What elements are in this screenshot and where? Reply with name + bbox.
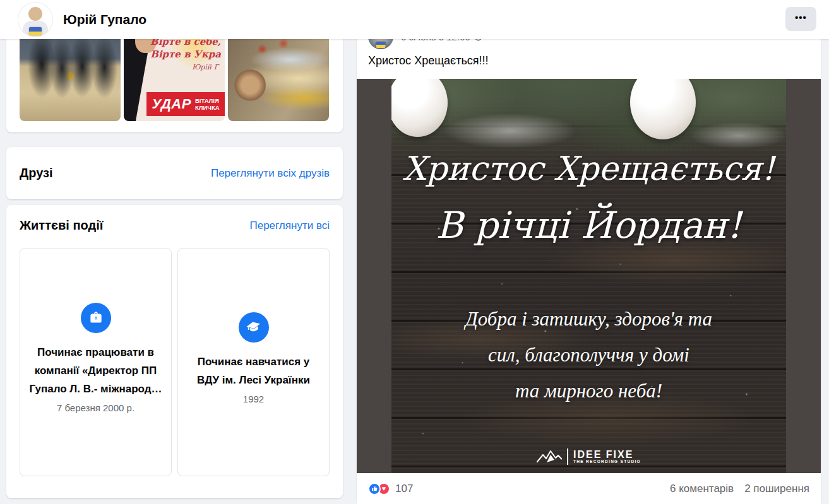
life-event-work-text: Починає працювати в компанії «Директор П… (28, 343, 164, 398)
logo-divider (567, 448, 568, 465)
graduation-cap-icon (239, 312, 269, 343)
avatar-figure (28, 7, 42, 21)
greeting-title-line2: В річці Йордан! (391, 204, 786, 247)
logo-subtitle: THE RECORDING STUDIO (573, 459, 641, 464)
mountain-logo-icon (537, 450, 562, 464)
greeting-wish-line2: сил, благополуччя у домі (391, 337, 786, 373)
greeting-wish-line1: Добра і затишку, здоров'я та (391, 301, 786, 337)
logo-title: IDEE FIXE (573, 450, 641, 459)
ukraine-flag-icon (376, 42, 386, 48)
briefcase-icon (81, 303, 111, 333)
life-event-education-date: 1992 (243, 394, 264, 404)
photo-volleyball-team[interactable] (20, 26, 121, 121)
life-events-header: Життєві події Переглянути всі (20, 218, 330, 233)
studio-logo: IDEE FIXE THE RECORDING STUDIO (391, 448, 786, 465)
see-all-friends-link[interactable]: Переглянути всіх друзів (211, 167, 330, 180)
slogan-line2: Вірте в Укра (150, 48, 221, 61)
greeting-wish-line3: та мирного неба! (391, 373, 786, 409)
greeting-wishes-text: Добра і затишку, здоров'я та сил, благоп… (391, 301, 786, 409)
profile-avatar[interactable] (18, 2, 53, 37)
greeting-title-line1: Христос Хрещається! (391, 149, 786, 187)
like-reaction-icon[interactable] (368, 483, 381, 495)
campaign-signature: Юрій Г (192, 63, 218, 71)
post-card: 6 січень о 12:00 Христос Хрещається!!! Х… (357, 0, 821, 504)
shares-count-link[interactable]: 2 поширення (744, 483, 809, 495)
udar-sub-line2: КЛИЧКА (195, 104, 220, 111)
ukraine-flag-icon (29, 27, 42, 35)
profile-sticky-header: Юрій Гупало ••• (0, 0, 829, 39)
campaign-slogan: Вірте в себе, Вірте в Укра (150, 35, 221, 61)
more-options-button[interactable]: ••• (785, 7, 816, 31)
life-event-education[interactable]: Починає навчатися у ВДУ ім. Лесі Українк… (177, 248, 330, 476)
snow-specks-decoration (391, 79, 786, 473)
photo-udar-campaign[interactable]: Вірте в себе, Вірте в Укра Юрій Г УДАР В… (124, 26, 225, 121)
photo-family-dinner[interactable] (228, 26, 329, 121)
photos-row: Вірте в себе, Вірте в Укра Юрій Г УДАР В… (20, 26, 329, 121)
reactions-bar: ♥ 107 6 коментарів 2 поширення (357, 473, 821, 504)
thumb-up-icon (371, 485, 378, 492)
udar-brand-label: УДАР (152, 96, 191, 112)
life-event-work[interactable]: Починає працювати в компанії «Директор П… (20, 248, 172, 476)
udar-sub-label: ВІТАЛІЯ КЛИЧКА (195, 97, 220, 111)
reaction-count[interactable]: 107 (395, 483, 413, 495)
greeting-card-image: Христос Хрещається! В річці Йордан! Добр… (391, 79, 786, 473)
life-event-education-text: Починає навчатися у ВДУ ім. Лесі Українк… (186, 353, 321, 389)
profile-name: Юрій Гупало (63, 12, 146, 27)
comments-count-link[interactable]: 6 коментарів (670, 483, 734, 495)
friends-title: Друзі (20, 166, 53, 180)
life-events-card: Життєві події Переглянути всі Починає пр… (6, 205, 343, 498)
post-text: Христос Хрещається!!! (368, 54, 489, 67)
udar-sub-line1: ВІТАЛІЯ (195, 97, 220, 104)
life-events-grid: Починає працювати в компанії «Директор П… (20, 248, 330, 476)
life-event-work-date: 7 березня 2000 р. (57, 402, 134, 413)
udar-banner: УДАР ВІТАЛІЯ КЛИЧКА (146, 92, 225, 116)
life-events-title: Життєві події (20, 218, 103, 233)
friends-card: Друзі Переглянути всіх друзів (6, 147, 343, 199)
post-image[interactable]: Христос Хрещається! В річці Йордан! Добр… (357, 79, 821, 473)
see-all-life-events-link[interactable]: Переглянути всі (249, 220, 330, 232)
